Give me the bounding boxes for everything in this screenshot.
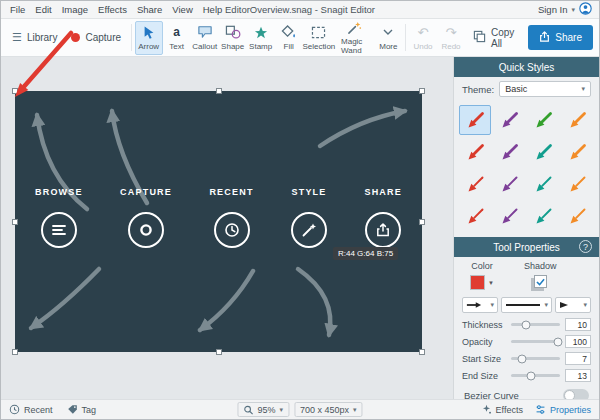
capture-circle — [128, 212, 164, 248]
quick-style-arrow[interactable] — [562, 169, 594, 199]
properties-button[interactable]: Properties — [535, 404, 591, 415]
tool-label: Callout — [192, 42, 217, 51]
quick-style-arrow[interactable] — [459, 201, 491, 231]
shadow-checkbox[interactable] — [534, 275, 547, 288]
arrow-start-dropdown[interactable]: ▾ — [462, 297, 498, 313]
quick-style-arrow[interactable] — [459, 105, 491, 135]
arrow-end-dropdown[interactable]: ▾ — [555, 297, 591, 313]
quick-style-arrow[interactable] — [493, 169, 525, 199]
tool-arrow[interactable]: Arrow — [135, 21, 163, 55]
help-icon[interactable]: ? — [579, 240, 592, 253]
selection-handle[interactable] — [216, 88, 222, 94]
feature-label: RECENT — [209, 187, 253, 197]
start-size-slider[interactable] — [511, 357, 560, 360]
menu-file[interactable]: File — [5, 3, 30, 16]
thickness-value[interactable]: 10 — [565, 318, 591, 331]
line-preview-icon — [505, 303, 541, 307]
selection-handle[interactable] — [12, 88, 18, 94]
canvas-size-dropdown[interactable]: 700 x 450px ▾ — [294, 402, 363, 417]
record-icon — [138, 222, 154, 238]
selection-handle[interactable] — [216, 349, 222, 355]
selection-handle[interactable] — [12, 349, 18, 355]
tool-more[interactable]: More — [374, 21, 402, 55]
selection-handle[interactable] — [419, 219, 425, 225]
menu-view[interactable]: View — [167, 3, 197, 16]
avatar[interactable] — [579, 2, 592, 17]
quick-styles-grid — [454, 101, 599, 237]
slider-thumb[interactable] — [521, 320, 530, 329]
share-button[interactable]: Share — [528, 25, 593, 50]
tool-callout[interactable]: Callout — [191, 21, 219, 55]
selection-icon — [311, 25, 326, 40]
tool-label: Arrow — [138, 42, 159, 51]
end-size-slider[interactable] — [511, 374, 560, 377]
copy-all-button[interactable]: Copy All — [465, 27, 522, 49]
effects-label: Effects — [496, 405, 523, 415]
selection-handle[interactable] — [419, 88, 425, 94]
quick-style-arrow[interactable] — [562, 137, 594, 167]
menu-help[interactable]: Help — [198, 3, 228, 16]
tag-button[interactable]: Tag — [67, 404, 97, 415]
zoom-dropdown[interactable]: 95% ▾ — [237, 402, 289, 417]
quick-style-arrow[interactable] — [562, 201, 594, 231]
status-bar: Recent Tag 95% ▾ 700 x 450px ▾ Effects — [1, 399, 599, 419]
quick-style-arrow[interactable] — [528, 137, 560, 167]
quick-style-arrow[interactable] — [459, 137, 491, 167]
tool-magic-wand[interactable]: Magic Wand — [335, 21, 374, 55]
tool-stamp[interactable]: Stamp — [247, 21, 275, 55]
recent-button[interactable]: Recent — [9, 404, 53, 415]
quick-style-arrow[interactable] — [459, 169, 491, 199]
right-panel: Quick Styles Theme: Basic ▾ Tool Propert… — [453, 57, 599, 399]
color-swatch[interactable] — [470, 275, 485, 290]
menu-image[interactable]: Image — [57, 3, 93, 16]
canvas-image[interactable]: BROWSE CAPTURE RECENT — [15, 91, 422, 352]
thickness-slider[interactable] — [511, 323, 560, 326]
menu-effects[interactable]: Effects — [93, 3, 132, 16]
quick-style-arrow[interactable] — [528, 105, 560, 135]
sparkle-icon — [481, 404, 492, 415]
color-group: Color ▼ — [470, 261, 494, 290]
line-style-dropdown[interactable]: ▾ — [501, 297, 552, 313]
opacity-label: Opacity — [462, 337, 506, 347]
capture-button[interactable]: Capture — [64, 19, 128, 56]
quick-style-arrow[interactable] — [528, 169, 560, 199]
tool-label: Magic Wand — [341, 37, 368, 55]
undo-button[interactable]: ↶ Undo — [409, 21, 437, 55]
quick-style-arrow[interactable] — [562, 105, 594, 135]
tool-selection[interactable]: Selection — [303, 21, 335, 55]
end-size-value[interactable]: 13 — [565, 369, 591, 382]
start-size-value[interactable]: 7 — [565, 352, 591, 365]
tool-fill[interactable]: Fill — [275, 21, 303, 55]
chevron-down-icon: ▾ — [571, 6, 575, 14]
quick-style-arrow[interactable] — [493, 105, 525, 135]
slider-thumb[interactable] — [526, 371, 535, 380]
quick-style-arrow[interactable] — [493, 201, 525, 231]
quick-style-arrow[interactable] — [493, 137, 525, 167]
color-picker[interactable]: ▼ — [470, 275, 494, 290]
slider-thumb[interactable] — [517, 354, 526, 363]
menu-edit[interactable]: Edit — [30, 3, 56, 16]
menu-share[interactable]: Share — [132, 3, 167, 16]
library-icon: ☰ — [12, 32, 22, 43]
theme-label: Theme: — [462, 84, 494, 95]
start-size-row: Start Size 7 — [454, 350, 599, 367]
magic-wand-icon — [347, 21, 362, 35]
selection-handle[interactable] — [419, 349, 425, 355]
selection-handle[interactable] — [12, 219, 18, 225]
tool-shape[interactable]: Shape — [219, 21, 247, 55]
opacity-slider[interactable] — [511, 340, 560, 343]
theme-select[interactable]: Basic ▾ — [499, 81, 591, 97]
end-size-label: End Size — [462, 371, 506, 381]
quick-style-arrow[interactable] — [528, 201, 560, 231]
effects-button[interactable]: Effects — [481, 404, 523, 415]
arrow-preview-icon — [466, 301, 482, 309]
redo-button[interactable]: ↷ Redo — [437, 21, 465, 55]
slider-thumb[interactable] — [553, 337, 562, 346]
tool-text[interactable]: a Text — [163, 21, 191, 55]
undo-label: Undo — [413, 42, 432, 51]
share-circle — [365, 212, 401, 248]
opacity-value[interactable]: 100 — [565, 335, 591, 348]
arrowhead-preview-icon — [559, 301, 569, 309]
sign-in-button[interactable]: Sign In ▾ — [538, 2, 595, 17]
library-button[interactable]: ☰ Library — [5, 19, 64, 56]
